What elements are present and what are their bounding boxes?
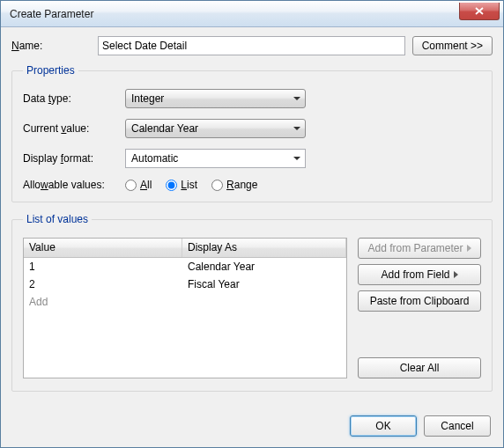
chevron-down-icon [293, 97, 300, 100]
display-format-value: Automatic [131, 152, 178, 165]
display-format-row: Display format: Automatic [23, 149, 481, 168]
dialog-content: Name: Comment >> Properties Data type: I… [1, 27, 503, 413]
dialog-buttons: OK Cancel [350, 415, 491, 437]
values-grid[interactable]: Value Display As 1 Calendar Year 2 Fisca… [23, 238, 347, 378]
grid-header: Value Display As [24, 239, 346, 258]
radio-all-input[interactable] [125, 180, 137, 191]
data-type-label: Data type: [23, 92, 125, 105]
grid-body: 1 Calendar Year 2 Fiscal Year Add [24, 258, 346, 311]
paste-from-clipboard-button[interactable]: Paste from Clipboard [358, 290, 481, 312]
chevron-down-icon [293, 157, 300, 160]
radio-range-input[interactable] [211, 180, 223, 191]
col-value-header[interactable]: Value [24, 239, 182, 257]
data-type-combo[interactable]: Integer [125, 89, 306, 108]
create-parameter-dialog: Create Parameter Name: Comment >> Proper… [0, 0, 504, 448]
data-type-value: Integer [131, 92, 164, 105]
current-value-value: Calendar Year [131, 122, 198, 135]
add-from-parameter-button: Add from Parameter [358, 238, 481, 259]
window-title: Create Parameter [10, 8, 459, 20]
allowable-values-label: Allowable values: [23, 179, 125, 191]
chevron-down-icon [293, 127, 300, 130]
radio-list-input[interactable] [166, 180, 177, 191]
cell-display: Calendar Year [182, 261, 346, 273]
side-buttons: Add from Parameter Add from Field Paste … [358, 238, 481, 378]
properties-legend: Properties [23, 64, 78, 77]
name-label: Name: [11, 40, 91, 52]
clear-all-button[interactable]: Clear All [358, 357, 481, 378]
list-area: Value Display As 1 Calendar Year 2 Fisca… [23, 238, 481, 378]
display-format-combo[interactable]: Automatic [125, 149, 306, 168]
col-display-header[interactable]: Display As [182, 239, 346, 257]
current-value-combo[interactable]: Calendar Year [125, 119, 306, 138]
chevron-right-icon [454, 271, 458, 278]
list-of-values-legend: List of values [23, 213, 92, 225]
radio-range[interactable]: Range [211, 179, 257, 191]
cell-value: 1 [24, 261, 182, 273]
name-input[interactable] [98, 36, 405, 55]
titlebar: Create Parameter [1, 1, 503, 27]
current-value-row: Current value: Calendar Year [23, 119, 481, 138]
ok-button[interactable]: OK [350, 415, 417, 437]
current-value-label: Current value: [23, 122, 125, 135]
cell-display: Fiscal Year [182, 278, 346, 290]
properties-group: Properties Data type: Integer Current va… [11, 64, 493, 202]
radio-list[interactable]: List [166, 179, 197, 191]
close-icon [475, 7, 484, 15]
radio-all[interactable]: All [125, 179, 152, 191]
close-button[interactable] [459, 3, 500, 20]
add-from-field-button[interactable]: Add from Field [358, 264, 481, 285]
table-row[interactable]: 1 Calendar Year [24, 258, 346, 275]
cell-value: 2 [24, 278, 182, 290]
table-row[interactable]: 2 Fiscal Year [24, 275, 346, 293]
add-placeholder: Add [24, 296, 182, 308]
comment-button[interactable]: Comment >> [412, 36, 493, 55]
allowable-values-radiogroup: All List Range [125, 179, 257, 191]
cancel-button[interactable]: Cancel [424, 415, 491, 437]
allowable-values-row: Allowable values: All List Range [23, 179, 481, 191]
list-of-values-group: List of values Value Display As 1 Calend… [11, 213, 493, 392]
chevron-right-icon [467, 245, 471, 252]
data-type-row: Data type: Integer [23, 89, 481, 108]
name-row: Name: Comment >> [11, 36, 493, 55]
add-row[interactable]: Add [24, 293, 346, 311]
display-format-label: Display format: [23, 152, 125, 165]
